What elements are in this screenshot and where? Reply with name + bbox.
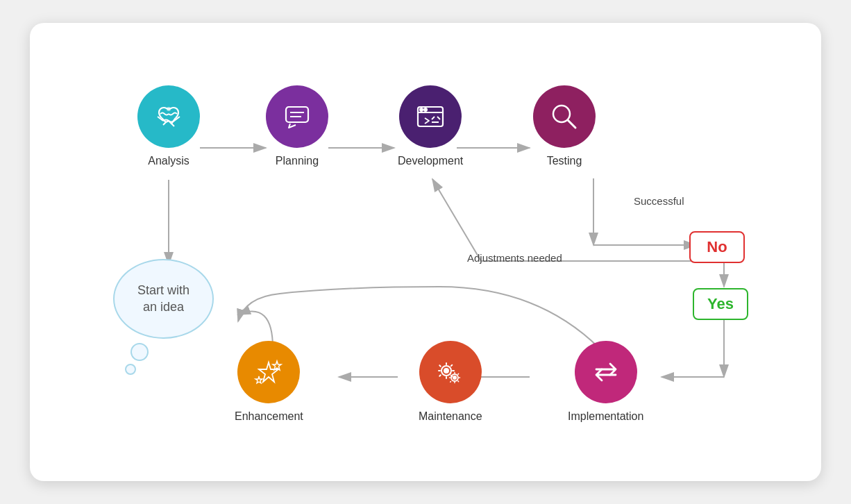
- handshake-icon: [152, 100, 185, 133]
- circle-development: [399, 85, 462, 148]
- node-development: Development: [398, 85, 463, 167]
- diagram-container: Analysis Planning: [30, 23, 821, 481]
- node-testing: Testing: [533, 85, 596, 167]
- yes-label: Yes: [707, 295, 734, 313]
- svg-point-9: [424, 108, 427, 111]
- chat-icon: [280, 100, 314, 133]
- arrow-impl-back-planning: [238, 287, 599, 348]
- circle-planning: [266, 85, 328, 148]
- code-icon: [414, 100, 447, 133]
- maintenance-label: Maintenance: [419, 410, 482, 423]
- enhancement-label: Enhancement: [235, 410, 303, 423]
- development-label: Development: [398, 155, 463, 167]
- idea-bubble-small: [130, 343, 149, 361]
- circle-testing: [533, 85, 596, 148]
- node-enhancement: Enhancement: [235, 341, 303, 423]
- search-icon: [548, 100, 581, 133]
- stars-icon: [252, 355, 285, 389]
- node-maintenance: Maintenance: [419, 341, 482, 423]
- gears-icon: [434, 355, 467, 389]
- svg-point-13: [444, 369, 448, 373]
- svg-marker-18: [255, 376, 262, 383]
- circle-implementation: [575, 341, 637, 403]
- testing-label: Testing: [547, 155, 582, 167]
- transfer-icon: [589, 355, 623, 389]
- circle-maintenance: [419, 341, 482, 403]
- node-implementation: Implementation: [568, 341, 643, 423]
- svg-point-15: [453, 376, 456, 379]
- idea-bubble-tiny: [125, 364, 136, 375]
- planning-label: Planning: [276, 155, 319, 167]
- arrow-no-development: [432, 179, 696, 261]
- svg-point-2: [167, 108, 170, 110]
- adjustments-label: Adjustments needed: [467, 252, 562, 264]
- svg-point-8: [420, 108, 423, 111]
- svg-rect-3: [286, 107, 308, 122]
- analysis-label: Analysis: [148, 155, 189, 167]
- node-analysis: Analysis: [137, 85, 200, 167]
- circle-analysis: [137, 85, 200, 148]
- svg-marker-17: [273, 361, 281, 370]
- circle-enhancement: [237, 341, 300, 403]
- decision-yes: Yes: [693, 288, 748, 320]
- successful-label: Successful: [634, 195, 684, 207]
- no-label: No: [707, 238, 727, 256]
- idea-text: Start with an idea: [137, 283, 189, 315]
- decision-no: No: [689, 231, 745, 263]
- svg-line-11: [568, 120, 575, 128]
- idea-bubble: Start with an idea: [113, 259, 214, 375]
- idea-bubble-main: Start with an idea: [113, 259, 214, 339]
- implementation-label: Implementation: [568, 410, 643, 423]
- node-planning: Planning: [266, 85, 328, 167]
